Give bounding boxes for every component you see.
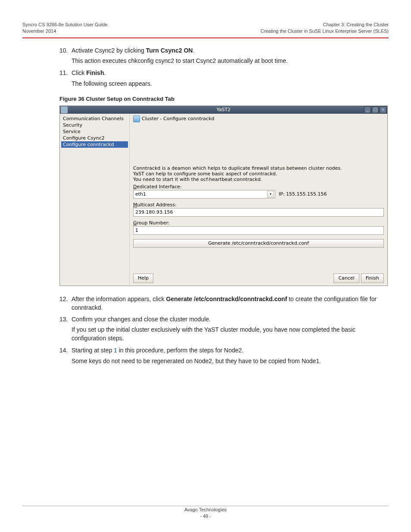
dedicated-interface-select[interactable]: eth1 ▾	[133, 190, 275, 199]
titlebar[interactable]: YaST2 _ □ ×	[60, 106, 387, 114]
sidebar-item-comm-channels[interactable]: Communication Channels	[61, 115, 128, 122]
cluster-icon	[133, 115, 140, 122]
step-text: Activate Csync2 by clicking Turn Csync2 …	[72, 47, 194, 54]
group-number-input[interactable]: 1	[133, 226, 384, 235]
window-title: YaST2	[217, 107, 231, 112]
main-panel: Cluster - Configure conntrackd Conntrack…	[130, 114, 387, 286]
header-chapter: Chapter 3: Creating the Cluster	[261, 22, 389, 28]
step-detail: This action executes chkconfig csync2 to…	[72, 56, 389, 65]
step-13: 13. Confirm your changes and close the c…	[59, 315, 389, 343]
step-link[interactable]: 1	[114, 347, 117, 354]
step-text: Starting at step 1 in this procedure, pe…	[72, 347, 243, 354]
step-detail: The following screen appears.	[72, 79, 389, 88]
figure-caption: Figure 36 Cluster Setup on Conntrackd Ta…	[59, 96, 389, 102]
generate-config-button[interactable]: Generate /etc/conntrackd/conntrackd.conf	[133, 239, 384, 248]
panel-title: Cluster - Configure conntrackd	[142, 116, 215, 121]
sidebar-item-service[interactable]: Service	[61, 128, 128, 135]
footer-rule	[22, 506, 389, 506]
footer-company: Avago Technologies	[0, 507, 411, 513]
sidebar-item-csync2[interactable]: Configure Csync2	[61, 135, 128, 141]
header-rule	[22, 37, 389, 38]
sidebar-item-security[interactable]: Security	[61, 122, 128, 128]
step-11: 11. Click Finish. The following screen a…	[59, 68, 389, 88]
sidebar-item-conntrackd[interactable]: Configure conntrackd	[61, 141, 128, 148]
app-icon	[61, 106, 68, 113]
step-text: After the information appears, click Gen…	[72, 296, 377, 311]
group-number-label: Group Number:	[133, 220, 384, 226]
cancel-button[interactable]: Cancel	[333, 274, 359, 283]
maximize-icon[interactable]: □	[372, 106, 379, 113]
ip-label: IP: 155.155.155.156	[279, 191, 327, 197]
chevron-updown-icon[interactable]: ▾	[267, 191, 274, 198]
step-number: 12.	[59, 295, 68, 303]
header-doc-title: Syncro CS 9286-8e Solution User Guide	[22, 22, 108, 28]
step-14: 14. Starting at step 1 in this procedure…	[59, 346, 389, 365]
header-date: November 2014	[22, 28, 108, 34]
step-detail: If you set up the initial cluster exclus…	[72, 325, 389, 343]
step-10: 10. Activate Csync2 by clicking Turn Csy…	[59, 46, 389, 65]
footer-page-number: - 49 -	[0, 513, 411, 519]
header-section: Creating the Cluster in SuSE Linux Enter…	[261, 28, 389, 34]
step-number: 14.	[59, 346, 68, 355]
minimize-icon[interactable]: _	[364, 106, 371, 113]
description-text: Conntrackd is a deamon which helps to du…	[133, 165, 384, 182]
step-number: 10.	[59, 46, 68, 55]
page-header: Syncro CS 9286-8e Solution User Guide No…	[22, 22, 389, 37]
close-icon[interactable]: ×	[380, 106, 386, 113]
step-text: Confirm your changes and close the clust…	[72, 316, 211, 323]
multicast-address-input[interactable]: 239.180.93.156	[133, 208, 384, 217]
help-button[interactable]: Help	[133, 274, 153, 283]
step-detail: Some keys do not need to be regenerated …	[72, 357, 389, 365]
multicast-address-label: Multicast Address:	[133, 202, 384, 208]
page-footer: Avago Technologies - 49 -	[0, 507, 411, 519]
sidebar: Communication Channels Security Service …	[60, 114, 130, 286]
dedicated-interface-label: Dedicated Interface:	[133, 184, 384, 190]
step-number: 11.	[59, 68, 68, 77]
yast-window: YaST2 _ □ × Communication Channels Secur…	[59, 106, 388, 286]
step-text: Click Finish.	[72, 69, 106, 76]
finish-button[interactable]: Finish	[361, 274, 384, 283]
step-number: 13.	[59, 315, 68, 324]
select-value: eth1	[135, 191, 146, 197]
step-12: 12. After the information appears, click…	[59, 295, 389, 312]
